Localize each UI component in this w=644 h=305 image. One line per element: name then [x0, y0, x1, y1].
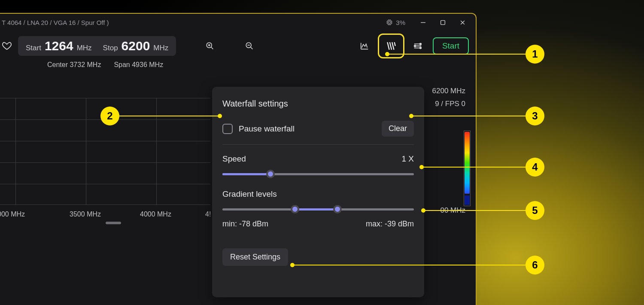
colorbar [464, 131, 471, 206]
svg-rect-0 [388, 21, 392, 24]
x-tick-2: 4000 MHz [140, 210, 171, 218]
callout-1: 1 [526, 45, 544, 64]
frequency-range-box[interactable]: Start 1264 MHz Stop 6200 MHz [18, 36, 176, 56]
start-button-label: Start [442, 41, 459, 50]
cpu-usage: 3% [386, 18, 405, 26]
filters-button[interactable] [410, 39, 425, 53]
callout-5: 5 [526, 201, 544, 220]
freq-start-unit: MHz [77, 44, 92, 52]
x-tick-0: 000 MHz [0, 210, 25, 218]
svg-rect-2 [440, 20, 445, 24]
plot-grid [0, 98, 210, 210]
zoom-out-button[interactable] [242, 39, 257, 53]
app-window: T 4064 / LNA 20 / VGA 16 / Spur Off ) 3%… [0, 13, 477, 305]
speed-slider[interactable] [222, 170, 414, 178]
hscroll-thumb[interactable] [106, 222, 121, 224]
speed-value: 1 X [401, 154, 414, 164]
svg-rect-1 [389, 21, 391, 24]
right-readouts: 6200 MHz 9 / FPS 0 [432, 87, 465, 113]
gradient-slider-thumb-high[interactable] [333, 205, 342, 214]
span-freq-text: Span 4936 MHz [114, 61, 163, 69]
freq-start-value: 1264 [45, 39, 73, 53]
device-config-text: T 4064 / LNA 20 / VGA 16 / Spur Off ) [2, 19, 386, 26]
close-button[interactable] [453, 15, 472, 29]
gradient-max-text: max: -39 dBm [366, 220, 414, 229]
titlebar: T 4064 / LNA 20 / VGA 16 / Spur Off ) 3% [0, 14, 476, 31]
spectrum-chart-button[interactable] [357, 39, 372, 53]
minimize-button[interactable] [413, 15, 433, 29]
clear-button[interactable]: Clear [382, 121, 414, 137]
toolbar: Start 1264 MHz Stop 6200 MHz S [0, 31, 476, 61]
freq-start-label: Start [26, 44, 41, 52]
panel-title: Waterfall settings [222, 99, 414, 109]
reset-settings-button[interactable]: Reset Settings [222, 248, 288, 266]
callout-4: 4 [526, 158, 544, 177]
speed-slider-thumb[interactable] [266, 170, 275, 178]
x-tick-1: 3500 MHz [70, 210, 101, 218]
fps-readout: 9 / FPS 0 [432, 100, 465, 108]
center-freq-text: Center 3732 MHz [47, 61, 101, 69]
x-tick-right: 00 MHz [440, 206, 465, 215]
gradient-label: Gradient levels [222, 189, 277, 199]
pause-waterfall-label: Pause waterfall [239, 124, 295, 134]
clear-button-label: Clear [389, 124, 407, 133]
waterfall-settings-button[interactable] [378, 34, 404, 58]
svg-point-6 [414, 45, 416, 47]
freq-stop-value: 6200 [122, 39, 150, 53]
speed-label: Speed [222, 154, 246, 164]
stop-freq-readout: 6200 MHz [432, 87, 465, 95]
start-button[interactable]: Start [433, 37, 469, 55]
freq-stop-label: Stop [103, 44, 118, 52]
favorite-icon[interactable] [2, 41, 12, 51]
callout-6: 6 [526, 256, 544, 274]
zoom-in-button[interactable] [203, 39, 217, 53]
spectrum-plot[interactable]: 000 MHz 3500 MHz 4000 MHz 4! [0, 98, 210, 210]
waterfall-settings-panel: Waterfall settings Pause waterfall Clear… [212, 87, 424, 297]
freq-stop-unit: MHz [153, 44, 168, 52]
window-controls [413, 15, 472, 29]
x-tick-3: 4! [205, 210, 211, 218]
gradient-slider[interactable] [222, 205, 414, 214]
maximize-button[interactable] [433, 15, 453, 29]
reset-settings-label: Reset Settings [230, 253, 280, 261]
cpu-chip-icon [386, 18, 393, 26]
gradient-min-text: min: -78 dBm [222, 220, 268, 229]
gradient-slider-thumb-low[interactable] [291, 205, 299, 214]
divider [222, 144, 414, 145]
cpu-pct: 3% [396, 19, 405, 26]
freq-info-row: Center 3732 MHz Span 4936 MHz [0, 61, 476, 69]
pause-waterfall-checkbox[interactable]: Pause waterfall [222, 124, 295, 134]
colorbar-floor [465, 195, 470, 205]
checkbox-icon [222, 124, 233, 134]
callout-3: 3 [526, 107, 544, 125]
colorbar-gradient [465, 132, 470, 194]
svg-point-5 [419, 43, 421, 45]
svg-point-7 [419, 47, 421, 49]
